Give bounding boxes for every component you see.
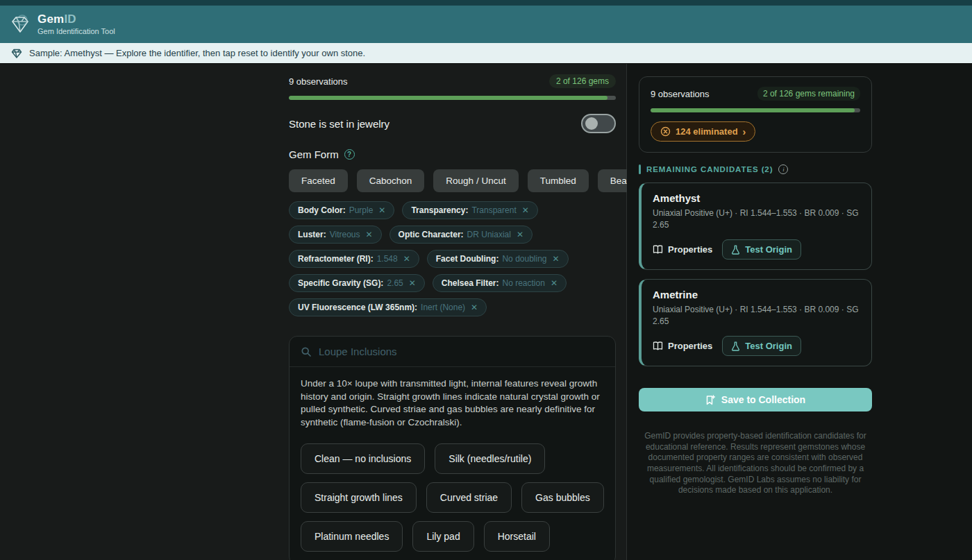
- banner-text: Sample: Amethyst — Explore the identifie…: [29, 48, 365, 58]
- remove-filter-icon[interactable]: ✕: [551, 278, 558, 288]
- filter-chip-uv-fluorescence: UV Fluorescence (LW 365nm):Inert (None)✕: [289, 298, 487, 316]
- observations-summary-card: 9 observations 2 of 126 gems remaining 1…: [639, 76, 872, 153]
- top-strip: [0, 0, 972, 6]
- candidate-name: Amethyst: [653, 192, 860, 204]
- gem-banner-icon: [11, 48, 22, 59]
- save-to-collection-button[interactable]: Save to Collection: [639, 388, 872, 411]
- inclusion-horsetail-button[interactable]: Horsetail: [484, 521, 550, 552]
- observations-count: 9 observations: [289, 76, 348, 87]
- book-icon: [653, 245, 663, 254]
- candidates-heading-text: REMAINING CANDIDATES (2): [646, 165, 773, 173]
- candidate-name: Ametrine: [653, 289, 860, 300]
- filter-chip-luster: Luster:Vitreous✕: [289, 226, 382, 244]
- chevron-right-icon: ›: [743, 127, 746, 137]
- gem-form-faceted-button[interactable]: Faceted: [289, 169, 348, 192]
- test-origin-button[interactable]: Test Origin: [722, 239, 801, 260]
- circled-x-icon: [660, 126, 671, 137]
- test-origin-button[interactable]: Test Origin: [722, 336, 801, 356]
- properties-button[interactable]: Properties: [653, 244, 712, 255]
- gem-form-cabochon-button[interactable]: Cabochon: [357, 169, 425, 192]
- sidebar-remaining-badge: 2 of 126 gems remaining: [757, 87, 860, 101]
- flask-icon: [731, 245, 740, 255]
- inclusion-straight-growth-button[interactable]: Straight growth lines: [301, 482, 417, 513]
- gemid-app: GemID Gem Identification Tool Sample: Am…: [0, 0, 972, 560]
- app-subtitle: Gem Identification Tool: [37, 27, 115, 35]
- filter-chip-refractometer: Refractometer (RI):1.548✕: [289, 250, 419, 268]
- brand-id: ID: [64, 12, 76, 26]
- filter-chip-optic-character: Optic Character:DR Uniaxial✕: [389, 226, 533, 244]
- filter-chip-facet-doubling: Facet Doubling:No doubling✕: [427, 250, 569, 268]
- legal-disclaimer: GemID provides property-based identifica…: [644, 431, 866, 496]
- help-icon[interactable]: ?: [344, 149, 355, 160]
- heading-accent-bar: [639, 164, 641, 174]
- sidebar-observations-count: 9 observations: [651, 89, 710, 99]
- filter-chip-specific-gravity: Specific Gravity (SG):2.65✕: [289, 274, 425, 292]
- remove-filter-icon[interactable]: ✕: [553, 254, 560, 264]
- remove-filter-icon[interactable]: ✕: [378, 205, 385, 215]
- elimination-progress-bar: [289, 96, 616, 100]
- inclusion-platinum-needles-button[interactable]: Platinum needles: [301, 521, 403, 552]
- book-icon: [653, 341, 663, 350]
- candidate-card-amethyst: Amethyst Uniaxial Positive (U+) · RI 1.5…: [639, 183, 872, 270]
- gem-form-label: Gem Form: [289, 149, 339, 160]
- sample-banner: Sample: Amethyst — Explore the identifie…: [0, 43, 972, 64]
- search-icon: [301, 346, 312, 357]
- results-sidebar: 9 observations 2 of 126 gems remaining 1…: [627, 64, 972, 560]
- candidate-properties-summary: Uniaxial Positive (U+) · RI 1.544–1.553 …: [653, 207, 860, 231]
- active-filter-chips: Body Color:Purple✕ Transparency:Transpar…: [289, 201, 616, 316]
- eliminated-gems-button[interactable]: 124 eliminated ›: [651, 121, 755, 142]
- remove-filter-icon[interactable]: ✕: [517, 230, 523, 239]
- properties-label: Properties: [668, 244, 712, 255]
- remove-filter-icon[interactable]: ✕: [522, 205, 529, 215]
- loupe-description: Under a 10× loupe with transmitted light…: [301, 377, 604, 430]
- filter-chip-chelsea-filter: Chelsea Filter:No reaction✕: [433, 274, 567, 292]
- loupe-inclusions-card: Loupe Inclusions Under a 10× loupe with …: [289, 336, 616, 560]
- flask-icon: [731, 341, 740, 351]
- main-pane: 9 observations 2 of 126 gems Stone is se…: [0, 64, 627, 560]
- gem-logo-icon: [10, 14, 31, 35]
- bookmark-plus-icon: [705, 395, 715, 405]
- candidate-card-ametrine: Ametrine Uniaxial Positive (U+) · RI 1.5…: [639, 279, 872, 366]
- inclusion-silk-button[interactable]: Silk (needles/rutile): [435, 443, 545, 474]
- app-title: GemID: [37, 13, 115, 26]
- properties-button[interactable]: Properties: [653, 341, 712, 351]
- remaining-candidates-heading: REMAINING CANDIDATES (2) i: [639, 164, 872, 174]
- remove-filter-icon[interactable]: ✕: [409, 278, 416, 288]
- candidate-properties-summary: Uniaxial Positive (U+) · RI 1.544–1.553 …: [653, 304, 860, 328]
- progress-fill: [289, 96, 608, 100]
- sidebar-progress-fill: [651, 108, 855, 112]
- test-origin-label: Test Origin: [745, 341, 792, 351]
- brand-gem: Gem: [37, 12, 64, 26]
- app-header: GemID Gem Identification Tool: [0, 6, 972, 43]
- remove-filter-icon[interactable]: ✕: [403, 254, 410, 264]
- gem-form-rough-button[interactable]: Rough / Uncut: [433, 169, 518, 192]
- test-origin-label: Test Origin: [745, 244, 792, 255]
- gems-remaining-badge: 2 of 126 gems: [549, 74, 616, 88]
- eliminated-count-label: 124 eliminated: [676, 126, 738, 137]
- inclusion-options: Clean — no inclusions Silk (needles/ruti…: [301, 443, 604, 552]
- gem-form-tumbled-button[interactable]: Tumbled: [528, 169, 589, 192]
- info-icon[interactable]: i: [778, 164, 788, 174]
- inclusion-clean-button[interactable]: Clean — no inclusions: [301, 443, 425, 474]
- properties-label: Properties: [668, 341, 712, 351]
- save-button-label: Save to Collection: [721, 394, 805, 405]
- filter-chip-transparency: Transparency:Transparent✕: [402, 201, 537, 219]
- remove-filter-icon[interactable]: ✕: [471, 303, 478, 312]
- toggle-knob: [585, 117, 598, 130]
- sidebar-progress-bar: [651, 108, 860, 112]
- filter-chip-body-color: Body Color:Purple✕: [289, 201, 394, 219]
- jewelry-toggle[interactable]: [581, 114, 616, 133]
- loupe-section-title: Loupe Inclusions: [319, 346, 397, 357]
- remove-filter-icon[interactable]: ✕: [365, 230, 372, 239]
- inclusion-gas-bubbles-button[interactable]: Gas bubbles: [521, 482, 604, 513]
- inclusion-lily-pad-button[interactable]: Lily pad: [412, 521, 474, 552]
- jewelry-toggle-label: Stone is set in jewelry: [289, 118, 389, 130]
- inclusion-curved-striae-button[interactable]: Curved striae: [426, 482, 512, 513]
- gem-form-options: Faceted Cabochon Rough / Uncut Tumbled B…: [289, 169, 616, 192]
